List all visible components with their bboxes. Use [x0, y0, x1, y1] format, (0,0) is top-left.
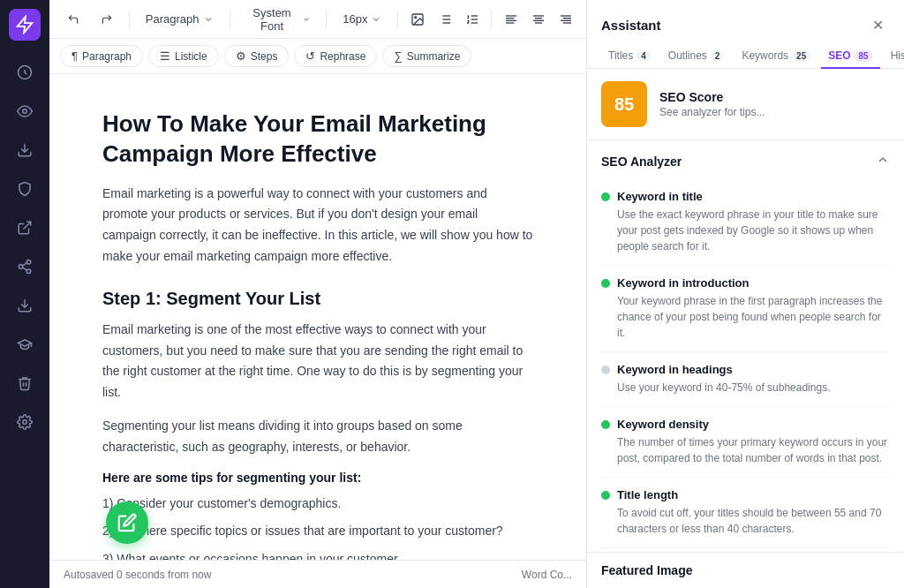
svg-point-10 [23, 420, 27, 425]
seo-indicator-keyword-intro [601, 279, 610, 288]
svg-line-8 [22, 263, 26, 266]
editor-container[interactable]: How To Make Your Email Marketing Campaig… [49, 74, 586, 560]
sidebar-item-settings[interactable] [7, 404, 42, 440]
featured-image-section: Featured Image [587, 552, 904, 588]
sidebar-item-share[interactable] [7, 249, 42, 284]
tab-history[interactable]: History [884, 44, 904, 69]
format-paragraph-chip[interactable]: ¶ Paragraph [60, 45, 143, 67]
seo-item-keyword-headings: Keyword in headings Use your keyword in … [601, 352, 890, 407]
sidebar-item-external-link[interactable] [7, 210, 42, 245]
panel-tabs: Titles 4 Outlines 2 Keywords 25 SEO 85 H… [587, 37, 904, 69]
step1-heading: Step 1: Segment Your List [102, 289, 533, 309]
app-logo[interactable] [9, 9, 41, 41]
seo-item-keyword-title: Keyword in title Use the exact keyword p… [601, 179, 890, 266]
tab-outlines[interactable]: Outlines 2 [661, 44, 732, 69]
panel-close-button[interactable]: ✕ [865, 12, 890, 37]
svg-point-1 [23, 109, 27, 114]
toolbar-divider-2 [230, 11, 230, 28]
score-title: SEO Score [659, 90, 890, 104]
seo-score-section: 85 SEO Score See analyzer for tips... [587, 69, 904, 140]
editor-content: How To Make Your Email Marketing Campaig… [102, 109, 533, 560]
seo-indicator-keyword-density [601, 420, 610, 429]
tab-seo[interactable]: SEO 85 [821, 44, 879, 69]
svg-point-5 [19, 265, 23, 269]
step1-p1: Email marketing is one of the most effec… [102, 320, 533, 403]
seo-item-keyword-density: Keyword density The number of times your… [601, 407, 890, 478]
autosave-text: Autosaved 0 seconds from now [64, 569, 211, 581]
edit-fab[interactable] [106, 501, 148, 544]
analyzer-title: SEO Analyzer [601, 155, 682, 169]
undo-button[interactable] [60, 10, 87, 29]
svg-point-6 [26, 269, 31, 274]
svg-point-4 [26, 260, 31, 265]
step1-bold: Here are some tips for segmenting your l… [102, 471, 533, 485]
toolbar: Paragraph System Font 16px [49, 0, 586, 39]
seo-indicator-keyword-title [601, 192, 610, 201]
toolbar-divider-5 [491, 11, 492, 28]
sidebar-item-graduation[interactable] [7, 327, 42, 362]
score-info: SEO Score See analyzer for tips... [659, 90, 890, 118]
analyzer-toggle[interactable] [876, 153, 890, 170]
keywords-badge: 25 [792, 50, 810, 62]
analyzer-section: SEO Analyzer Keyword in title Use the ex… [587, 140, 904, 552]
sidebar-item-download2[interactable] [7, 288, 42, 323]
sidebar-item-shield[interactable] [7, 171, 42, 207]
summarize-chip-icon: ∑ [394, 49, 402, 63]
rephrase-chip-icon: ↺ [305, 49, 315, 63]
paragraph-select[interactable]: Paragraph [139, 9, 221, 29]
format-summarize-chip[interactable]: ∑ Summarize [382, 45, 471, 67]
font-select[interactable]: System Font [238, 3, 317, 36]
listicle-chip-icon: ☰ [160, 49, 170, 63]
score-subtitle: See analyzer for tips... [659, 106, 890, 118]
paragraph-chip-icon: ¶ [72, 49, 78, 63]
svg-point-12 [414, 16, 416, 18]
seo-item-keyword-intro: Keyword in introduction Your keyword phr… [601, 266, 890, 352]
seo-item-title-length: Title length To avoid cut off, your titl… [601, 478, 890, 548]
svg-line-3 [24, 222, 31, 229]
align-left-button[interactable] [501, 7, 521, 32]
align-right-button[interactable] [555, 7, 576, 32]
format-steps-chip[interactable]: ⚙ Steps [224, 45, 290, 67]
assistant-panel: Assistant ✕ Titles 4 Outlines 2 Keywords… [586, 0, 904, 588]
tab-keywords[interactable]: Keywords 25 [734, 44, 817, 69]
seo-indicator-keyword-headings [601, 366, 610, 374]
left-sidebar [0, 0, 49, 588]
step1-list-item-1: 2) Are there specific topics or issues t… [102, 521, 533, 542]
seo-badge: 85 [855, 50, 873, 62]
panel-header: Assistant ✕ [587, 0, 904, 37]
list-button[interactable] [434, 7, 455, 32]
image-button[interactable] [407, 7, 427, 32]
format-rephrase-chip[interactable]: ↺ Rephrase [294, 45, 377, 67]
format-listicle-chip[interactable]: ☰ Listicle [148, 45, 219, 67]
toolbar-divider-4 [397, 11, 398, 28]
tab-titles[interactable]: Titles 4 [601, 44, 658, 69]
format-bar: ¶ Paragraph ☰ Listicle ⚙ Steps ↺ Rephras… [49, 39, 586, 74]
main-area: Paragraph System Font 16px [49, 0, 586, 588]
step1-p2: Segmenting your list means dividing it i… [102, 416, 533, 458]
size-select[interactable]: 16px [335, 9, 388, 29]
toolbar-divider-3 [326, 11, 327, 28]
panel-title: Assistant [601, 18, 661, 33]
analyzer-header: SEO Analyzer [601, 140, 890, 179]
steps-chip-icon: ⚙ [236, 49, 246, 63]
sidebar-item-eye[interactable] [7, 94, 42, 129]
word-count: Word Co... [522, 569, 572, 581]
toolbar-divider-1 [129, 11, 130, 28]
outlines-badge: 2 [711, 50, 725, 62]
sidebar-item-dashboard[interactable] [7, 55, 42, 90]
score-circle: 85 [601, 81, 647, 127]
step1-list-item-2: 3) What events or occasions happen in yo… [102, 549, 533, 560]
align-center-button[interactable] [528, 7, 548, 32]
sidebar-item-trash[interactable] [7, 366, 42, 401]
titles-badge: 4 [637, 50, 651, 62]
status-bar: Autosaved 0 seconds from now Word Co... [49, 560, 586, 588]
ordered-list-button[interactable] [462, 7, 482, 32]
svg-line-7 [22, 268, 26, 270]
sidebar-item-download[interactable] [7, 132, 42, 168]
redo-button[interactable] [94, 10, 120, 29]
article-title: How To Make Your Email Marketing Campaig… [102, 109, 533, 170]
article-intro: Email marketing is a powerful way to con… [102, 184, 533, 268]
step1-list-item-0: 1) Consider your customer's demographics… [102, 494, 533, 515]
seo-indicator-title-length [601, 491, 610, 500]
